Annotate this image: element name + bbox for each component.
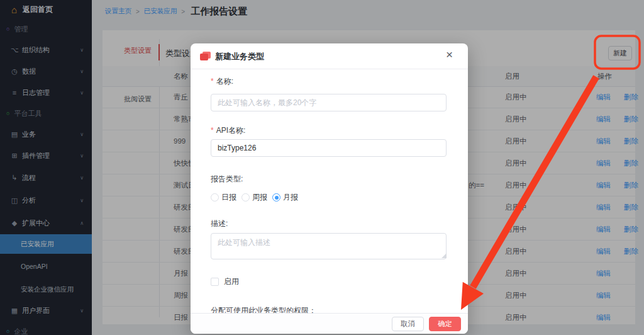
radio-option-0[interactable]: 日报 [211,192,236,203]
report-type-label: 报告类型: [211,174,243,185]
radio-icon [272,193,280,202]
name-field-label: *名称: [211,76,233,87]
radio-label: 周报 [252,192,267,203]
report-app-icon [200,52,211,61]
radio-option-2[interactable]: 月报 [272,192,298,203]
radio-label: 日报 [221,192,236,203]
description-label: 描述: [211,219,228,229]
close-icon[interactable]: × [446,48,453,60]
api-name-field-label: *API名称: [211,125,245,136]
modal-header: 新建业务类型 × [191,43,468,69]
enable-checkbox[interactable] [211,278,219,286]
description-textarea[interactable] [211,233,447,259]
radio-icon [242,193,250,202]
api-name-input[interactable] [211,139,447,157]
cancel-button[interactable]: 取消 [392,317,424,331]
required-asterisk: * [211,77,214,86]
radio-option-1[interactable]: 周报 [242,192,267,203]
modal-title: 新建业务类型 [215,51,264,62]
enable-checkbox-label: 启用 [224,276,239,287]
radio-label: 月报 [283,192,298,203]
report-type-radio-group: 日报周报月报 [211,192,298,203]
name-input[interactable] [211,94,447,111]
radio-icon [211,193,219,202]
enable-checkbox-row: 启用 [211,276,239,287]
confirm-button[interactable]: 确定 [429,317,461,331]
required-asterisk: * [211,126,214,135]
resize-handle-icon[interactable] [441,253,447,258]
page: ⌂返回首页○管理⌥组织结构∨◷数据∨≡日志管理∨○平台工具▤业务∨⊞插件管理∨↳… [0,0,644,335]
modal-new-business-type: 新建业务类型 × *名称: *API名称: 报告类型: 日报周报月报 描述: 启… [191,43,468,334]
modal-footer: 取消 确定 [191,313,468,334]
